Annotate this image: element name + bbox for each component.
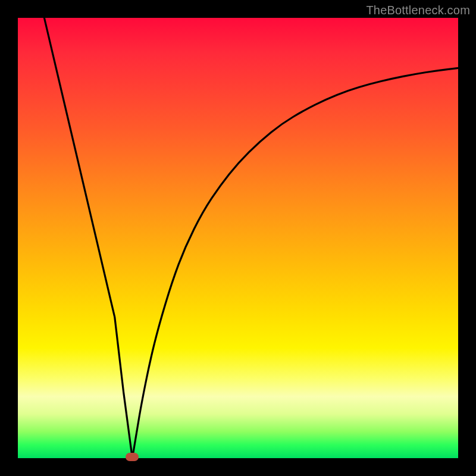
bottleneck-curve <box>18 18 458 458</box>
watermark-text: TheBottleneck.com <box>366 4 470 17</box>
chart-plot-area <box>18 18 458 458</box>
optimal-point-marker <box>126 453 139 461</box>
